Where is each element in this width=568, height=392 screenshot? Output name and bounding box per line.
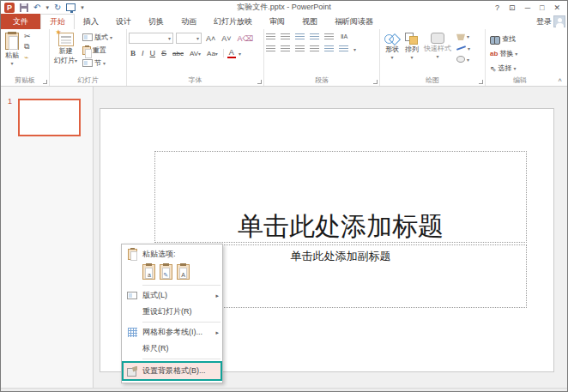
- shapes-button[interactable]: 形状▾: [382, 31, 402, 75]
- paragraph-group-label: 段落: [264, 75, 379, 85]
- collapse-ribbon-icon[interactable]: ˄: [558, 76, 562, 84]
- workspace: 1 单击此处添加标题 单击此处添加副标题: [1, 87, 567, 388]
- font-group-label: 字体: [127, 75, 263, 85]
- paste-button[interactable]: 粘贴▾: [3, 31, 21, 75]
- new-slide-icon: [58, 33, 74, 46]
- shape-outline-icon: [456, 45, 466, 51]
- menu-item-format-background[interactable]: 设置背景格式(B)...: [122, 361, 222, 381]
- text-direction-button[interactable]: ⅡA: [339, 33, 349, 40]
- menu-item-ruler[interactable]: 标尺(R): [122, 341, 222, 357]
- decrease-font-icon[interactable]: A˅: [220, 34, 233, 43]
- arrange-button[interactable]: 排列▾: [402, 31, 421, 75]
- tab-slideshow[interactable]: 幻灯片放映: [205, 14, 261, 29]
- menu-item-grid-and-guides[interactable]: 网格和参考线(I)... ▸: [122, 324, 222, 341]
- sign-in-link[interactable]: 登录: [536, 14, 552, 29]
- ribbon-display-options-button[interactable]: ⊡: [509, 3, 516, 12]
- paste-use-destination-theme-button[interactable]: a: [142, 264, 155, 280]
- paste-keep-text-only-button[interactable]: A: [177, 264, 190, 280]
- user-avatar[interactable]: [553, 15, 565, 27]
- select-button[interactable]: ⇖选择▾: [488, 63, 519, 74]
- close-button[interactable]: ✕: [553, 3, 560, 12]
- undo-icon[interactable]: ↶: [33, 3, 40, 12]
- customize-qat-icon[interactable]: ▾: [81, 4, 84, 11]
- format-painter-icon[interactable]: ⌁: [22, 53, 33, 62]
- paste-keep-source-formatting-button[interactable]: ✎: [160, 264, 172, 280]
- justify-icon[interactable]: [310, 45, 319, 52]
- tab-animations[interactable]: 动画: [172, 14, 205, 29]
- menu-item-layout[interactable]: 版式(L) ▸: [122, 287, 222, 304]
- subscript-abc-button[interactable]: abc: [171, 50, 185, 57]
- tab-insert[interactable]: 插入: [75, 14, 107, 29]
- font-size-combobox[interactable]: ▾: [176, 33, 202, 44]
- decrease-indent-icon[interactable]: [295, 33, 305, 40]
- cut-icon[interactable]: ✂: [22, 32, 33, 40]
- font-dialog-launcher[interactable]: [257, 80, 262, 84]
- help-button[interactable]: ?: [495, 3, 499, 12]
- slides-group-label: 幻灯片: [50, 75, 126, 85]
- change-case-button[interactable]: Aa▾: [205, 50, 220, 57]
- paragraph-dialog-launcher[interactable]: [373, 80, 378, 84]
- menu-item-reset-slide[interactable]: 重设幻灯片(R): [122, 304, 222, 320]
- subtitle-placeholder-text: 单击此处添加副标题: [291, 250, 391, 262]
- shape-outline-button[interactable]: ▾: [455, 44, 472, 52]
- increase-font-icon[interactable]: A˄: [204, 34, 217, 43]
- columns-icon[interactable]: [324, 45, 334, 52]
- minimize-button[interactable]: ─: [525, 3, 530, 12]
- tab-file[interactable]: 文件: [1, 14, 40, 29]
- layout-button[interactable]: 版式▾: [81, 32, 114, 43]
- slide-thumbnail[interactable]: [18, 99, 81, 136]
- ribbon: 粘贴▾ ✂ ⧉ ⌁ 剪贴板 新建 幻灯片▾ 版式▾ 重置 节▾ 幻灯片 ▾ ▾ …: [1, 29, 567, 87]
- start-slideshow-icon[interactable]: [66, 3, 76, 11]
- tab-design[interactable]: 设计: [107, 14, 140, 29]
- paste-icon: [5, 33, 19, 50]
- tab-transitions[interactable]: 切换: [140, 14, 172, 29]
- new-slide-button[interactable]: 新建 幻灯片▾: [51, 31, 80, 75]
- find-button[interactable]: 查找: [488, 33, 519, 45]
- bullets-icon[interactable]: [266, 33, 275, 40]
- font-color-button[interactable]: A: [227, 48, 236, 58]
- undo-dropdown-icon[interactable]: ▾: [45, 4, 49, 11]
- submenu-arrow-icon: ▸: [215, 292, 219, 299]
- submenu-arrow-icon: ▸: [215, 329, 219, 336]
- copy-icon[interactable]: ⧉: [22, 42, 33, 51]
- shape-fill-button[interactable]: ▾: [455, 32, 472, 41]
- line-spacing-icon[interactable]: [324, 33, 334, 40]
- group-editing: 查找 ab替换▾ ⇖选择▾ 编辑: [486, 29, 554, 86]
- align-right-icon[interactable]: [295, 45, 305, 52]
- save-icon[interactable]: [20, 3, 28, 12]
- align-center-icon[interactable]: [281, 45, 290, 52]
- layout-icon: [82, 33, 93, 41]
- bold-button[interactable]: B: [129, 49, 137, 57]
- context-menu: 粘贴选项: a ✎ A 版式(L) ▸ 重设幻灯片(R) 网格和参考线(I)..…: [121, 244, 223, 383]
- align-left-icon[interactable]: [266, 45, 275, 52]
- status-bar: [1, 388, 567, 391]
- smartart-convert-icon[interactable]: [339, 45, 348, 52]
- shape-effects-button[interactable]: ▾: [455, 55, 472, 63]
- slide-number: 1: [8, 97, 12, 106]
- clipboard-dialog-launcher[interactable]: [43, 80, 47, 84]
- clear-formatting-icon[interactable]: A⌫: [236, 34, 256, 43]
- paste-options-header: 粘贴选项:: [122, 246, 222, 262]
- tab-review[interactable]: 审阅: [261, 14, 293, 29]
- replace-button[interactable]: ab替换▾: [488, 48, 519, 59]
- character-spacing-button[interactable]: AV▾: [188, 50, 202, 57]
- redo-icon[interactable]: ↻: [54, 3, 61, 12]
- drawing-dialog-launcher[interactable]: [479, 80, 483, 84]
- tab-foxit-reader[interactable]: 福昕阅读器: [326, 14, 382, 29]
- quick-styles-button[interactable]: 快速样式▾: [421, 31, 454, 75]
- font-name-combobox[interactable]: ▾: [129, 33, 173, 44]
- reset-button[interactable]: 重置: [81, 45, 114, 56]
- maximize-button[interactable]: □: [540, 3, 544, 12]
- italic-button[interactable]: I: [140, 49, 146, 57]
- increase-indent-icon[interactable]: [310, 33, 319, 40]
- numbering-icon[interactable]: [281, 33, 290, 40]
- underline-button[interactable]: U: [148, 49, 158, 57]
- strikethrough-button[interactable]: S: [160, 49, 168, 57]
- select-icon: ⇖: [490, 64, 497, 73]
- title-placeholder[interactable]: 单击此处添加标题: [154, 151, 527, 243]
- section-button[interactable]: 节▾: [81, 57, 114, 69]
- menu-separator: [142, 359, 221, 359]
- group-font: ▾ ▾ A˄ A˅ A⌫ B I U S abc AV▾ Aa▾ A▾ 字体: [127, 29, 264, 86]
- tab-home[interactable]: 开始: [40, 14, 75, 29]
- tab-view[interactable]: 视图: [293, 14, 326, 29]
